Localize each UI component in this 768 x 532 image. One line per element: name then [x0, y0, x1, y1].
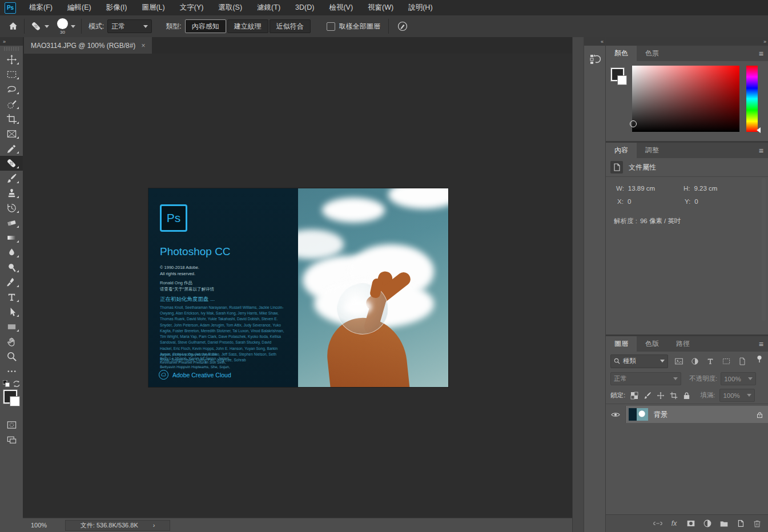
- menu-item-filter[interactable]: 濾鏡(T): [250, 0, 288, 15]
- pressure-toggle-button[interactable]: [397, 21, 408, 32]
- menu-item-image[interactable]: 影像(I): [99, 0, 135, 15]
- pen-tool-button[interactable]: [0, 275, 23, 289]
- toolbar-grip[interactable]: [4, 47, 19, 51]
- tab-swatches[interactable]: 色票: [637, 46, 668, 61]
- new-group-button[interactable]: [718, 518, 730, 530]
- type-proximity-match-button[interactable]: 近似符合: [270, 19, 311, 33]
- move-tool-button[interactable]: [0, 52, 23, 67]
- layer-filter-select[interactable]: 種類: [610, 354, 668, 368]
- type-create-texture-button[interactable]: 建立紋理: [227, 19, 268, 33]
- path-selection-tool-button[interactable]: [0, 304, 23, 319]
- menu-item-file[interactable]: 檔案(F): [22, 0, 60, 15]
- history-brush-tool-button[interactable]: [0, 200, 23, 215]
- type-tool-button[interactable]: [0, 289, 23, 304]
- lock-position-button[interactable]: [656, 391, 665, 400]
- opacity-input[interactable]: 100%: [721, 372, 756, 385]
- screen-mode-button[interactable]: [0, 432, 23, 447]
- delete-layer-button[interactable]: [751, 518, 763, 530]
- background-color-swatch[interactable]: [618, 76, 626, 84]
- filter-type-layers-button[interactable]: [706, 356, 715, 366]
- tab-paths[interactable]: 路徑: [668, 336, 698, 352]
- menu-item-help[interactable]: 說明(H): [401, 0, 440, 15]
- layer-row-body[interactable]: 背景: [626, 406, 768, 423]
- lock-image-pixels-button[interactable]: [643, 391, 652, 400]
- resolution-value[interactable]: 96 像素 / 英吋: [640, 217, 681, 225]
- zoom-tool-button[interactable]: [0, 349, 23, 364]
- add-layer-mask-button[interactable]: [685, 518, 697, 530]
- new-adjustment-layer-button[interactable]: [701, 518, 713, 530]
- mode-select[interactable]: 正常: [107, 19, 152, 33]
- tab-layers[interactable]: 圖層: [606, 336, 637, 352]
- menu-item-select[interactable]: 選取(S): [211, 0, 250, 15]
- menu-item-window[interactable]: 視窗(W): [360, 0, 401, 15]
- lasso-tool-button[interactable]: [0, 82, 23, 96]
- menu-item-view[interactable]: 檢視(V): [321, 0, 360, 15]
- saturation-brightness-field[interactable]: [632, 66, 739, 132]
- filter-shape-layers-button[interactable]: [722, 356, 731, 366]
- spot-healing-brush-tool-button[interactable]: [0, 156, 23, 171]
- swap-colors-button[interactable]: [13, 380, 21, 388]
- toolbar-collapse-handle[interactable]: »: [0, 37, 23, 46]
- tab-color[interactable]: 顏色: [606, 46, 637, 61]
- background-color-swatch[interactable]: [10, 397, 19, 406]
- layer-name[interactable]: 背景: [654, 410, 668, 420]
- quick-selection-tool-button[interactable]: [0, 96, 23, 111]
- menu-item-type[interactable]: 文字(Y): [172, 0, 211, 15]
- layer-row-background[interactable]: 背景: [606, 406, 768, 423]
- scrollbar[interactable]: [762, 178, 766, 321]
- edit-toolbar-button[interactable]: [0, 364, 23, 378]
- chevron-down-icon[interactable]: [71, 25, 75, 28]
- height-value[interactable]: 9.23 cm: [694, 185, 718, 192]
- eyedropper-tool-button[interactable]: [0, 141, 23, 156]
- status-expand-icon[interactable]: ›: [153, 522, 155, 529]
- frame-tool-button[interactable]: [0, 126, 23, 141]
- history-panel-button[interactable]: [589, 53, 601, 65]
- hue-slider[interactable]: [746, 66, 758, 132]
- panel-menu-icon[interactable]: ≡: [759, 46, 768, 61]
- document-info[interactable]: 文件: 536.8K/536.8K ›: [65, 520, 170, 531]
- tab-adjustments[interactable]: 調整: [637, 143, 668, 158]
- x-value[interactable]: 0: [628, 198, 631, 205]
- brush-tool-button[interactable]: [0, 171, 23, 186]
- link-layers-button[interactable]: [652, 518, 664, 530]
- default-colors-button[interactable]: [3, 380, 10, 387]
- brush-size-picker[interactable]: 30: [57, 18, 68, 35]
- eraser-tool-button[interactable]: [0, 215, 23, 230]
- marquee-tool-button[interactable]: [0, 67, 23, 82]
- lock-transparent-pixels-button[interactable]: [630, 391, 638, 400]
- hand-tool-button[interactable]: [0, 334, 23, 349]
- menu-item-edit[interactable]: 編輯(E): [60, 0, 99, 15]
- quick-mask-button[interactable]: [0, 417, 23, 432]
- close-tab-icon[interactable]: ×: [141, 42, 145, 50]
- zoom-level[interactable]: 100%: [31, 522, 47, 529]
- blur-tool-button[interactable]: [0, 245, 23, 260]
- clone-stamp-tool-button[interactable]: [0, 186, 23, 200]
- filter-toggle-button[interactable]: [754, 354, 764, 364]
- sample-all-layers-checkbox[interactable]: [327, 22, 335, 31]
- filter-smart-objects-button[interactable]: [738, 356, 747, 366]
- tool-preset-button[interactable]: [30, 21, 49, 32]
- color-picker-marker[interactable]: [630, 120, 637, 127]
- document-tab[interactable]: MAO3114.JPG @ 100% (RGB/8#) ×: [24, 37, 152, 54]
- lock-all-button[interactable]: [682, 391, 691, 400]
- shape-tool-button[interactable]: [0, 319, 23, 334]
- new-layer-button[interactable]: [734, 518, 746, 530]
- layer-style-button[interactable]: fx: [668, 518, 680, 530]
- menu-item-3d[interactable]: 3D(D): [288, 0, 321, 15]
- canvas-area[interactable]: Ps Photoshop CC © 1990-2018 Adobe. All r…: [23, 54, 572, 518]
- width-value[interactable]: 13.89 cm: [628, 185, 655, 192]
- dock-expand-handle[interactable]: «: [584, 37, 606, 46]
- dock-collapse-handle[interactable]: »: [606, 37, 768, 46]
- type-content-aware-button[interactable]: 內容感知: [185, 19, 226, 33]
- blend-mode-select[interactable]: 正常: [610, 372, 681, 385]
- panel-menu-icon[interactable]: ≡: [759, 143, 768, 158]
- dodge-tool-button[interactable]: [0, 260, 23, 275]
- y-value[interactable]: 0: [694, 198, 698, 205]
- layer-visibility-toggle[interactable]: [606, 406, 626, 423]
- filter-pixel-layers-button[interactable]: [674, 356, 684, 366]
- gradient-tool-button[interactable]: [0, 230, 23, 245]
- panel-menu-icon[interactable]: ≡: [759, 336, 768, 352]
- tab-channels[interactable]: 色版: [637, 336, 668, 352]
- tab-properties[interactable]: 內容: [606, 143, 637, 158]
- layer-thumbnail[interactable]: [629, 408, 648, 421]
